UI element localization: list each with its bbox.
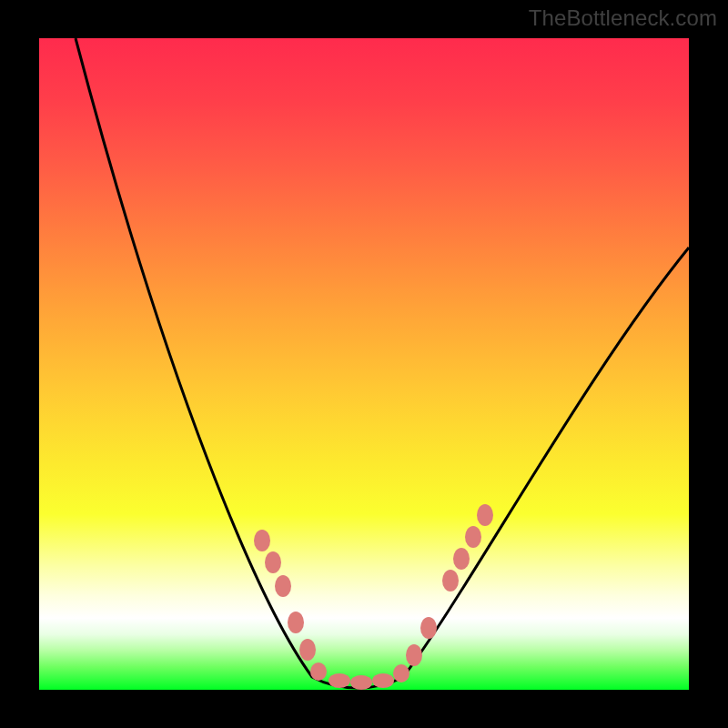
data-marker [288,612,304,633]
data-marker [465,526,481,548]
data-marker [275,575,291,597]
data-marker [329,673,350,688]
data-marker [299,639,316,661]
watermark-text: TheBottleneck.com [529,5,717,31]
data-marker [254,530,270,551]
chart-svg [39,38,689,690]
data-marker [350,675,372,690]
data-marker [477,504,493,526]
data-marker [393,664,410,682]
data-marker [453,548,470,570]
data-marker [442,570,459,592]
data-marker [406,644,422,666]
bottleneck-curve [76,38,689,688]
plot-area [39,38,689,690]
data-marker [310,662,327,681]
data-marker [420,617,437,639]
data-marker [265,551,281,573]
chart-frame: TheBottleneck.com [0,0,728,728]
data-marker [372,673,394,688]
